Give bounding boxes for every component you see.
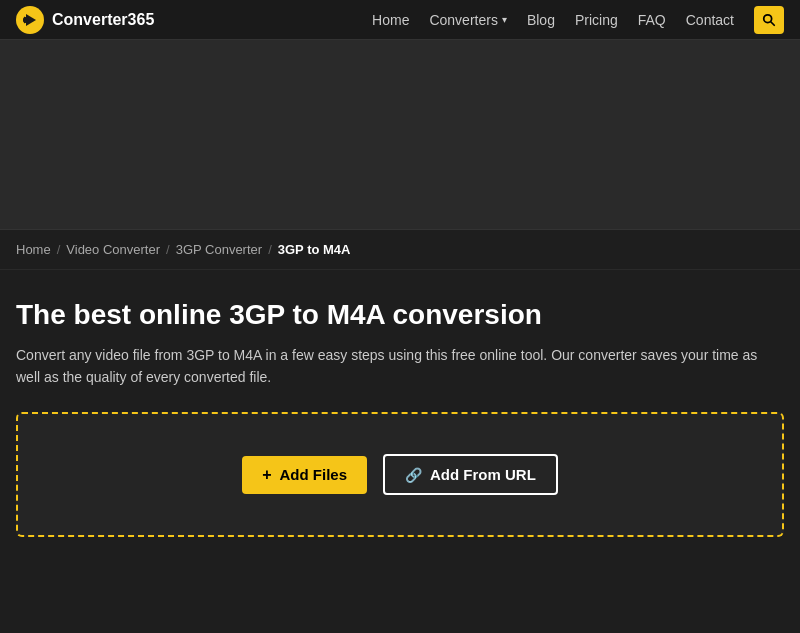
breadcrumb: Home / Video Converter / 3GP Converter /… [0,230,800,270]
nav-home[interactable]: Home [372,12,409,28]
logo-text: Converter365 [52,11,154,29]
add-files-label: Add Files [280,466,348,483]
navbar: Converter365 Home Converters ▾ Blog Pric… [0,0,800,40]
nav-converters[interactable]: Converters ▾ [429,12,506,28]
page-title: The best online 3GP to M4A conversion [16,298,784,332]
breadcrumb-3gp-converter[interactable]: 3GP Converter [176,242,262,257]
search-icon [762,13,776,27]
nav-links: Home Converters ▾ Blog Pricing FAQ Conta… [372,6,784,34]
breadcrumb-home[interactable]: Home [16,242,51,257]
add-files-button[interactable]: + Add Files [242,456,367,494]
svg-line-3 [771,21,775,25]
converters-chevron-icon: ▾ [502,14,507,25]
breadcrumb-current: 3GP to M4A [278,242,351,257]
nav-pricing[interactable]: Pricing [575,12,618,28]
upload-box: + Add Files 🔗 Add From URL [16,412,784,537]
plus-icon: + [262,466,271,484]
nav-converters-label: Converters [429,12,497,28]
breadcrumb-sep-1: / [57,242,61,257]
nav-blog[interactable]: Blog [527,12,555,28]
add-url-button[interactable]: 🔗 Add From URL [383,454,558,495]
page-description: Convert any video file from 3GP to M4A i… [16,344,776,389]
logo-icon [16,6,44,34]
breadcrumb-sep-3: / [268,242,272,257]
search-button[interactable] [754,6,784,34]
main-content: The best online 3GP to M4A conversion Co… [0,270,800,557]
logo[interactable]: Converter365 [16,6,154,34]
link-icon: 🔗 [405,467,422,483]
nav-contact[interactable]: Contact [686,12,734,28]
banner-area [0,40,800,230]
breadcrumb-sep-2: / [166,242,170,257]
breadcrumb-video-converter[interactable]: Video Converter [66,242,160,257]
nav-faq[interactable]: FAQ [638,12,666,28]
add-url-label: Add From URL [430,466,536,483]
